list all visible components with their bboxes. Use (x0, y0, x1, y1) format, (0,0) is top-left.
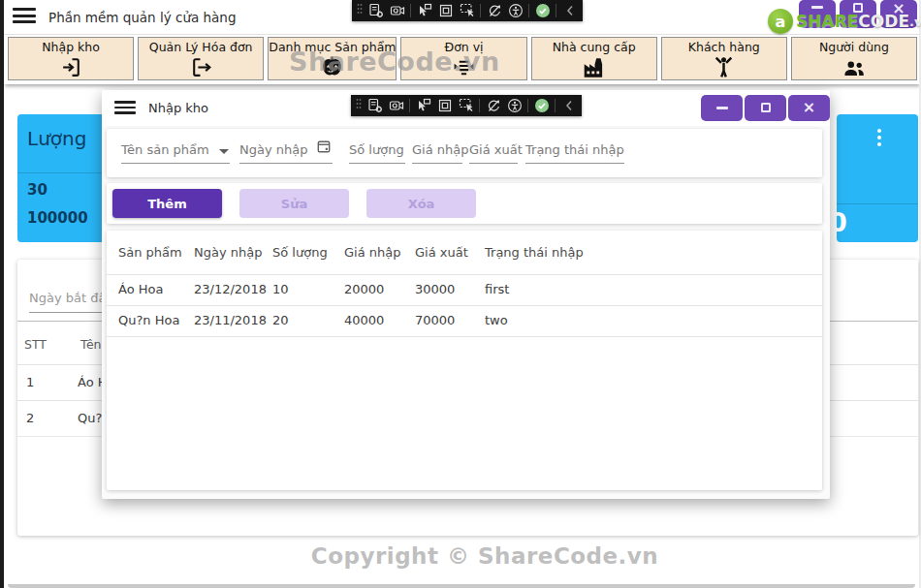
repeat-capture-icon[interactable] (485, 97, 501, 114)
window-capture-icon[interactable] (437, 2, 454, 19)
column-header-ten: Tên (80, 337, 102, 352)
sharecode-logo: a SHARECODE.vn (768, 9, 921, 34)
export-price-field[interactable]: Giá xuất (469, 131, 518, 164)
close-icon: × (803, 100, 815, 115)
drag-handle[interactable] (357, 2, 363, 20)
import-table-card: Sản phẩm Ngày nhập Số lượng Giá nhập Giá… (107, 231, 822, 490)
video-record-icon[interactable] (389, 2, 405, 19)
customer-icon (712, 55, 736, 79)
main-toolbar: Nhập kho Quản Lý Hóa đơn Danh mục Sản ph… (4, 35, 921, 84)
freehand-capture-icon[interactable] (459, 2, 475, 19)
card-title: Lượng (27, 127, 86, 150)
window-title: Nhập kho (148, 101, 208, 115)
nav-nguoi-dung[interactable]: Người dùng (791, 37, 917, 80)
window-menu-button[interactable] (114, 101, 136, 114)
accessibility-icon[interactable] (507, 2, 524, 19)
collapse-toolbar-icon[interactable] (560, 97, 577, 114)
column-header-stt: STT (24, 337, 47, 352)
nav-quan-ly-hoa-don[interactable]: Quản Lý Hóa đơn (138, 37, 264, 80)
window-close-button[interactable]: × (788, 95, 830, 121)
nav-don-vi[interactable]: Đơn vị (400, 37, 526, 80)
nav-danh-muc-san-pham[interactable]: Danh mục Sản phẩm (268, 37, 397, 80)
pumpkin-icon (320, 55, 344, 79)
import-window: Nhập kho × Tên sản phẩm Ngày nhập (102, 90, 830, 499)
confirm-check-icon[interactable] (533, 97, 550, 114)
factory-icon (582, 55, 607, 80)
summary-card-right: 0 (837, 114, 918, 242)
collapse-toolbar-icon[interactable] (561, 2, 578, 19)
repeat-capture-icon[interactable] (486, 2, 502, 19)
users-icon (842, 55, 867, 80)
minimize-icon (716, 107, 728, 109)
table-row[interactable]: Qu?n Hoa 23/11/2018 20 40000 70000 two (107, 305, 822, 336)
import-icon (59, 55, 83, 79)
window-bottom-shadow (8, 584, 915, 588)
nav-khach-hang[interactable]: Khách hàng (661, 37, 787, 80)
card-value: 0 (837, 207, 847, 237)
edit-button[interactable]: Sửa (239, 189, 349, 218)
window-maximize-button[interactable] (745, 95, 786, 121)
drag-handle[interactable] (356, 97, 362, 115)
actions-card: Thêm Sửa Xóa (107, 183, 822, 224)
capture-settings-icon[interactable] (367, 2, 384, 19)
sharecode-logo-icon: a (768, 9, 793, 34)
date-filter-field[interactable]: Ngày bắt đầ (29, 291, 106, 305)
form-card: Tên sản phẩm Ngày nhập Số lượng Giá nhập (107, 129, 822, 177)
accessibility-icon[interactable] (506, 97, 523, 114)
delete-button[interactable]: Xóa (366, 189, 476, 218)
import-status-field[interactable]: Trạng thái nhập (525, 131, 624, 164)
import-price-field[interactable]: Giá nhập (412, 131, 462, 164)
video-record-icon[interactable] (388, 97, 404, 114)
copyright-text: Copyright © ShareCode.vn (58, 543, 911, 569)
calendar-icon (317, 139, 331, 157)
kebab-menu-button[interactable] (875, 126, 883, 149)
table-row[interactable]: Áo Hoa 23/12/2018 10 20000 30000 first (107, 274, 822, 305)
main-menu-button[interactable] (13, 8, 36, 23)
logo-share-text: SHARE (796, 12, 858, 31)
desktop-left-edge (0, 0, 4, 588)
quantity-field[interactable]: Số lượng (349, 131, 405, 164)
confirm-check-icon[interactable] (534, 2, 551, 19)
window-capture-icon[interactable] (436, 97, 453, 114)
chevron-down-icon (219, 149, 229, 154)
card-value-bottom: 100000 (27, 209, 88, 227)
recorder-toolbar (352, 0, 583, 21)
region-select-icon[interactable] (415, 97, 431, 114)
add-button[interactable]: Thêm (112, 189, 222, 218)
unit-list-icon (452, 55, 476, 79)
menu-icon (114, 101, 136, 104)
nav-nha-cung-cap[interactable]: Nhà cung cấp (531, 37, 657, 80)
window-minimize-button[interactable] (701, 95, 743, 121)
nav-nhap-kho[interactable]: Nhập kho (8, 37, 134, 80)
freehand-capture-icon[interactable] (458, 97, 474, 114)
recorder-toolbar (351, 95, 582, 116)
app-title: Phần mềm quản lý cửa hàng (48, 10, 237, 25)
kebab-icon (877, 129, 881, 133)
screen: Phần mềm quản lý cửa hàng × a SHARECODE.… (0, 0, 921, 588)
logo-code-text: CODE (858, 12, 909, 31)
region-select-icon[interactable] (416, 2, 432, 19)
menu-icon (13, 8, 36, 11)
table-header-row: Sản phẩm Ngày nhập Số lượng Giá nhập Giá… (107, 231, 822, 274)
card-divider (837, 203, 918, 204)
logo-domain-text: .vn (909, 15, 921, 29)
capture-settings-icon[interactable] (366, 97, 383, 114)
card-value-top: 30 (27, 181, 48, 199)
import-date-field[interactable]: Ngày nhập (239, 131, 333, 164)
maximize-icon (761, 103, 771, 112)
export-icon (189, 55, 213, 79)
product-name-select[interactable]: Tên sản phẩm (121, 131, 230, 164)
